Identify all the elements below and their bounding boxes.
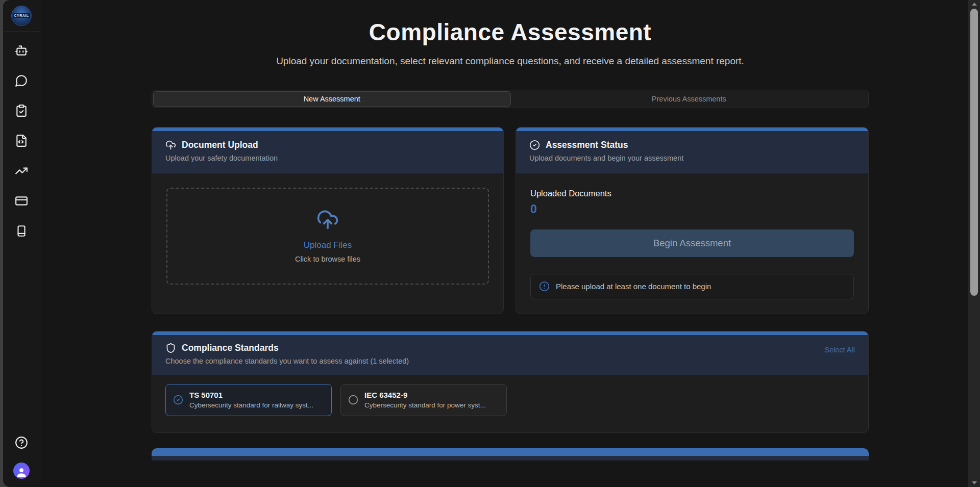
- sidebar: CYRAIL: [3, 0, 40, 487]
- help-icon[interactable]: [15, 436, 28, 449]
- card-title: Compliance Standards: [182, 343, 279, 353]
- user-avatar[interactable]: [13, 463, 30, 479]
- standard-name: TS 50701: [189, 391, 313, 399]
- check-circle-icon: [529, 140, 540, 150]
- scroll-up-arrow[interactable]: [968, 1, 980, 8]
- scrollbar-thumb[interactable]: [970, 9, 978, 296]
- trending-up-icon[interactable]: [15, 164, 28, 177]
- upload-notice: Please upload at least one document to b…: [530, 274, 854, 299]
- cloud-upload-icon: [316, 209, 339, 231]
- card-title: Assessment Status: [546, 140, 628, 150]
- file-dropzone[interactable]: Upload Files Click to browse files: [166, 188, 489, 285]
- app-window: CYRAIL: [3, 0, 980, 487]
- assessment-status-header: Assessment Status Upload documents and b…: [516, 131, 868, 173]
- card-accent-strip: [152, 331, 868, 335]
- chat-icon[interactable]: [15, 74, 28, 87]
- shield-icon: [165, 343, 176, 353]
- credit-card-icon[interactable]: [15, 194, 28, 208]
- compliance-standards-card: Compliance Standards Choose the complian…: [152, 331, 869, 433]
- sidebar-bottom: [13, 436, 30, 487]
- begin-assessment-button[interactable]: Begin Assessment: [530, 229, 854, 257]
- uploaded-documents-count: 0: [530, 202, 854, 216]
- card-accent-strip: [516, 127, 868, 131]
- clipboard-check-icon[interactable]: [15, 104, 28, 117]
- standard-description: Cybersecurity standard for railway syst.…: [189, 401, 313, 409]
- card-title: Document Upload: [182, 140, 258, 150]
- file-code-icon[interactable]: [15, 134, 28, 147]
- standard-description: Cybersecurity standard for power syst...: [364, 401, 486, 409]
- page-subtitle: Upload your documentation, select releva…: [250, 54, 771, 68]
- standards-options: TS 50701 Cybersecurity standard for rail…: [152, 375, 868, 425]
- tab-previous-assessments[interactable]: Previous Assessments: [511, 91, 868, 107]
- assessment-status-card: Assessment Status Upload documents and b…: [516, 127, 869, 314]
- page-title: Compliance Assessment: [152, 18, 869, 46]
- scroll-down-arrow[interactable]: [968, 479, 980, 486]
- logo-text: CYRAIL: [13, 13, 30, 18]
- card-accent-strip: [152, 127, 503, 131]
- document-upload-header: Document Upload Upload your safety docum…: [152, 131, 503, 173]
- standard-name: IEC 63452-9: [364, 391, 486, 399]
- notice-text: Please upload at least one document to b…: [556, 282, 711, 291]
- main-content: Compliance Assessment Upload your docume…: [40, 0, 980, 487]
- uploaded-documents-label: Uploaded Documents: [530, 189, 854, 198]
- sidebar-nav: [15, 32, 28, 238]
- document-upload-card: Document Upload Upload your safety docum…: [152, 127, 504, 314]
- person-icon: [15, 466, 28, 479]
- standard-option-ts-50701[interactable]: TS 50701 Cybersecurity standard for rail…: [165, 384, 332, 416]
- cloud-upload-icon: [165, 140, 176, 150]
- tab-new-assessment[interactable]: New Assessment: [153, 91, 511, 107]
- card-accent-strip: [152, 448, 869, 456]
- cyrail-logo[interactable]: CYRAIL: [11, 6, 32, 26]
- compliance-standards-header: Compliance Standards Choose the complian…: [152, 335, 868, 375]
- browse-files-hint: Click to browse files: [295, 255, 360, 263]
- check-circle-icon: [173, 395, 183, 405]
- select-all-link[interactable]: Select All: [824, 346, 855, 354]
- alert-circle-icon: [539, 281, 550, 292]
- card-subtitle: Upload your safety documentation: [165, 154, 490, 162]
- assessment-status-body: Uploaded Documents 0 Begin Assessment Pl…: [516, 173, 868, 299]
- next-section-card-partial: [152, 448, 869, 460]
- logo-container: CYRAIL: [3, 0, 40, 32]
- card-header-partial: [152, 456, 869, 460]
- card-subtitle: Upload documents and begin your assessme…: [529, 154, 855, 162]
- card-subtitle: Choose the compliance standards you want…: [165, 357, 409, 365]
- assessment-tabs: New Assessment Previous Assessments: [152, 90, 869, 108]
- bot-icon[interactable]: [15, 44, 28, 57]
- circle-icon: [348, 395, 358, 405]
- vertical-scrollbar[interactable]: [968, 0, 980, 487]
- cards-row: Document Upload Upload your safety docum…: [152, 127, 869, 314]
- book-icon[interactable]: [15, 224, 28, 238]
- upload-files-link[interactable]: Upload Files: [304, 240, 352, 250]
- standard-option-iec-63452-9[interactable]: IEC 63452-9 Cybersecurity standard for p…: [340, 384, 507, 416]
